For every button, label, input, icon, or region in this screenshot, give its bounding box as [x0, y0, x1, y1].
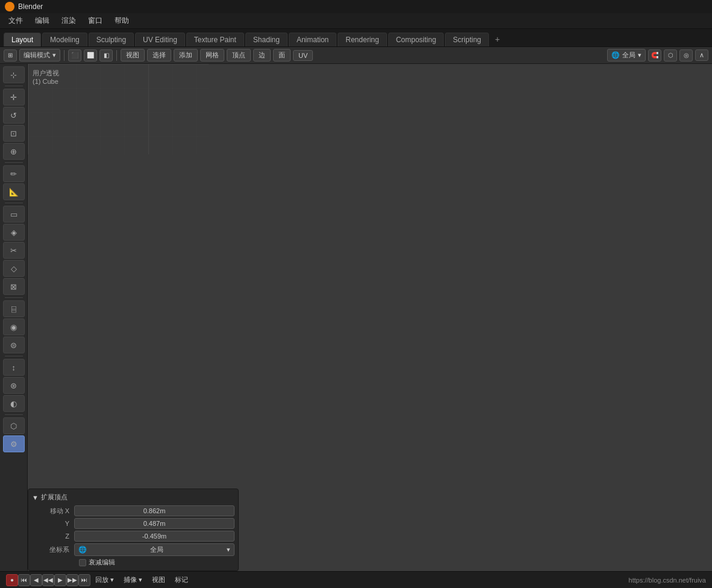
active-tool-button[interactable]: ⚙ — [3, 435, 25, 452]
tool-separator-4 — [5, 297, 23, 298]
tab-animation[interactable]: Animation — [289, 33, 336, 46]
snap-icon[interactable]: ⬡ — [664, 49, 677, 62]
editbar: ⊞ 编辑模式 ▾ ⬛ ⬜ ◧ 视图 选择 添加 网格 顶点 边 面 UV 🌐 全… — [0, 47, 712, 64]
tab-texture-paint[interactable]: Texture Paint — [186, 33, 244, 46]
viewport[interactable]: X Y Z 用户透视 (1) Cube ▼ 扩展顶点 — [28, 64, 712, 571]
randomize-tool[interactable]: ⊜ — [3, 337, 25, 353]
tab-uv-editing[interactable]: UV Editing — [135, 33, 185, 46]
transform-tool[interactable]: ⊕ — [3, 143, 25, 160]
move-x-value[interactable]: 0.862m — [74, 505, 235, 516]
prev-frame-button[interactable]: ◀ — [30, 574, 42, 586]
falloff-label: 衰减编辑 — [89, 558, 115, 567]
skip-start-button[interactable]: ⏮ — [18, 574, 30, 586]
vertex-select-icon[interactable]: ⬛ — [68, 49, 81, 62]
tab-layout[interactable]: Layout — [4, 33, 41, 46]
move-y-label: Y — [32, 520, 74, 527]
menu-render[interactable]: 渲染 — [57, 14, 81, 27]
move-y-value[interactable]: 0.487m — [74, 518, 235, 529]
viewport-info: 用户透视 (1) Cube — [33, 69, 59, 85]
coord-system-icon: 🌐 — [78, 546, 87, 554]
uv-menu[interactable]: UV — [293, 50, 313, 61]
tool-separator-2 — [5, 162, 23, 163]
move-z-value[interactable]: -0.459m — [74, 531, 235, 542]
blender-logo-icon — [5, 2, 14, 11]
capture-label[interactable]: 捕像 ▾ — [119, 574, 147, 586]
menubar: 文件 编辑 渲染 窗口 帮助 — [0, 13, 712, 29]
move-x-label: 移动 X — [32, 507, 74, 516]
move-z-label: Z — [32, 533, 74, 540]
shrink-tool[interactable]: ⊛ — [3, 377, 25, 394]
tab-scripting[interactable]: Scripting — [445, 33, 489, 46]
menu-file[interactable]: 文件 — [4, 14, 28, 27]
scale-tool[interactable]: ⊡ — [3, 125, 25, 142]
move-z-row: Z -0.459m — [32, 531, 235, 542]
right-controls: 🌐 全局 ▾ 🧲 ⬡ ◎ ∧ — [607, 49, 708, 62]
polypen-tool[interactable]: ⊠ — [3, 278, 25, 295]
main-area: ⊹ ✛ ↺ ⊡ ⊕ ✏ 📐 ▭ ◈ ✂ ◇ ⊠ ⌸ ◉ ⊜ ↕ ⊛ ◐ ⬡ ⚙ — [0, 64, 712, 571]
edge-menu[interactable]: 边 — [253, 49, 271, 62]
annotate-tool[interactable]: ✏ — [3, 165, 25, 182]
move-x-row: 移动 X 0.862m — [32, 505, 235, 516]
titlebar: Blender — [0, 0, 712, 13]
add-menu[interactable]: 添加 — [174, 49, 198, 62]
move-tool[interactable]: ✛ — [3, 89, 25, 106]
edge-select-icon[interactable]: ⬜ — [84, 49, 97, 62]
next-frame-button[interactable]: ▶▶ — [66, 574, 78, 586]
menu-edit[interactable]: 编辑 — [30, 14, 54, 27]
tab-modeling[interactable]: Modeling — [42, 33, 87, 46]
bisect-tool[interactable]: ◇ — [3, 260, 25, 277]
skip-end-button[interactable]: ⏭ — [78, 574, 90, 586]
coord-system-select[interactable]: 🌐 全局 ▾ — [74, 543, 235, 556]
play-button[interactable]: ▶ — [54, 574, 66, 586]
select-menu[interactable]: 选择 — [147, 49, 171, 62]
knife-tool[interactable]: ✂ — [3, 242, 25, 259]
playback-label[interactable]: 回放 ▾ — [90, 574, 119, 586]
view-menu[interactable]: 视图 — [121, 49, 145, 62]
edge-slide-tool[interactable]: ↕ — [3, 359, 25, 376]
app-title: Blender — [18, 2, 43, 11]
mode-dropdown[interactable]: 编辑模式 ▾ — [19, 49, 60, 62]
tool-separator-5 — [5, 356, 23, 356]
playback-chevron: ▾ — [110, 576, 114, 584]
loop-cut-tool[interactable]: ▭ — [3, 206, 25, 223]
viewport-dropdown[interactable]: 🌐 全局 ▾ — [607, 49, 646, 62]
capture-chevron: ▾ — [139, 576, 142, 584]
face-select-icon[interactable]: ◧ — [99, 49, 113, 62]
menu-help[interactable]: 帮助 — [110, 14, 134, 27]
tool-separator-6 — [5, 414, 23, 415]
object-name-label: (1) Cube — [33, 78, 59, 85]
smooth-tool[interactable]: ◉ — [3, 318, 25, 335]
panel-collapse-icon[interactable]: ▼ — [32, 494, 39, 501]
status-url: https://blog.csdn.net/fruiva — [629, 577, 706, 584]
tool-separator-3 — [5, 203, 23, 203]
falloff-checkbox[interactable] — [79, 559, 86, 566]
tab-shading[interactable]: Shading — [245, 33, 288, 46]
vertex-menu[interactable]: 顶点 — [227, 49, 251, 62]
mesh-menu[interactable]: 网格 — [200, 49, 224, 62]
coord-system-row: 坐标系 🌐 全局 ▾ — [32, 543, 235, 556]
move-y-row: Y 0.487m — [32, 518, 235, 529]
rotate-tool[interactable]: ↺ — [3, 107, 25, 124]
coord-system-label: 坐标系 — [32, 545, 74, 554]
menu-window[interactable]: 窗口 — [83, 14, 107, 27]
shear-tool[interactable]: ◐ — [3, 395, 25, 412]
tab-sculpting[interactable]: Sculpting — [89, 33, 134, 46]
rip-tool[interactable]: ⬡ — [3, 417, 25, 434]
face-menu[interactable]: 面 — [273, 49, 291, 62]
tab-rendering[interactable]: Rendering — [338, 33, 386, 46]
proportional-edit-icon[interactable]: ◎ — [679, 49, 693, 62]
spin-tool[interactable]: ⌸ — [3, 300, 25, 317]
separator-2 — [116, 50, 117, 61]
tab-compositing[interactable]: Compositing — [388, 33, 444, 46]
marker-label[interactable]: 标记 — [170, 574, 193, 586]
record-button[interactable]: ● — [6, 574, 18, 586]
select-box-tool[interactable]: ⊹ — [3, 66, 25, 83]
separator-1 — [64, 50, 65, 61]
snap-magnet-icon[interactable]: 🧲 — [648, 49, 661, 62]
play-reverse-button[interactable]: ◀◀ — [42, 574, 54, 586]
add-workspace-button[interactable]: + — [490, 32, 505, 46]
proportional-dropdown[interactable]: ∧ — [695, 49, 708, 61]
measure-tool[interactable]: 📐 — [3, 183, 25, 200]
view-status-label[interactable]: 视图 — [147, 574, 170, 586]
offset-edge-tool[interactable]: ◈ — [3, 224, 25, 241]
